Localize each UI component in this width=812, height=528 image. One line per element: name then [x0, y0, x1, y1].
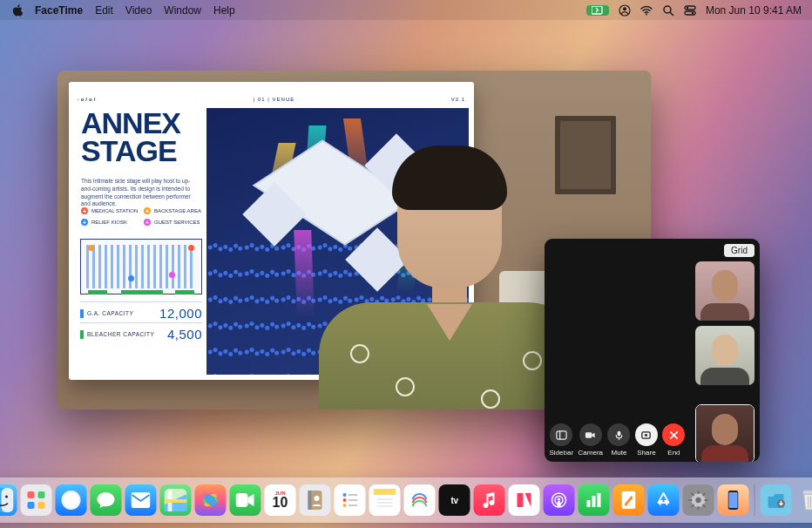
svg-rect-34	[236, 493, 248, 507]
slide-title: ANNEX STAGE	[81, 110, 180, 166]
dock-app-facetime[interactable]	[230, 484, 261, 516]
svg-rect-36	[308, 491, 312, 510]
dock-app-pages[interactable]	[613, 484, 645, 516]
control-center-icon[interactable]	[684, 4, 696, 17]
dock-app-finder[interactable]	[0, 484, 17, 516]
svg-line-5	[670, 12, 673, 16]
svg-point-3	[646, 13, 647, 15]
dock-app-launchpad[interactable]	[21, 484, 52, 516]
svg-rect-12	[585, 432, 592, 438]
svg-rect-28	[132, 492, 151, 508]
menubar-item-window[interactable]: Window	[164, 4, 201, 17]
dock-app-settings[interactable]	[683, 484, 714, 516]
menubar: FaceTime Edit Video Window Help Mon Jun …	[0, 0, 812, 20]
dock-app-numbers[interactable]	[579, 484, 610, 516]
slide-logo: ·o/o/	[78, 97, 97, 102]
svg-rect-39	[348, 494, 358, 496]
svg-line-61	[692, 493, 694, 496]
wifi-icon[interactable]	[640, 4, 653, 17]
self-view-tile[interactable]	[695, 404, 754, 462]
svg-point-26	[62, 491, 81, 510]
svg-rect-6	[685, 6, 695, 10]
dock-app-reminders[interactable]	[335, 484, 366, 516]
svg-rect-0	[592, 6, 602, 14]
capacity-row-bleacher: BLEACHER CAPACITY 4,500	[80, 322, 202, 342]
menubar-clock[interactable]: Mon Jun 10 9:41 AM	[706, 4, 802, 17]
menubar-item-edit[interactable]: Edit	[95, 4, 113, 17]
menubar-item-help[interactable]: Help	[213, 4, 235, 17]
svg-point-2	[623, 7, 626, 10]
svg-rect-53	[598, 493, 601, 507]
svg-point-15	[645, 434, 647, 437]
camera-button[interactable]: Camera	[579, 423, 603, 457]
slide-description: This intimate side stage will play host …	[81, 178, 200, 208]
svg-rect-52	[592, 496, 596, 507]
capacity-row-ga: G.A. CAPACITY 12,000	[80, 301, 202, 321]
sidebar-button[interactable]: Sidebar	[549, 423, 573, 457]
svg-rect-24	[28, 502, 35, 509]
svg-point-9	[692, 11, 694, 13]
svg-point-50	[558, 498, 560, 500]
dock-app-tv[interactable]: tv	[439, 484, 470, 516]
dock-app-appstore[interactable]	[648, 484, 680, 516]
facetime-window: Grid Sidebar Camera Mute Share End	[545, 239, 760, 462]
legend-item-backstage: BACKSTAGE AREA	[144, 207, 201, 214]
svg-rect-23	[38, 491, 45, 498]
dock-app-continuity-iphone[interactable]	[718, 484, 749, 516]
dock-trash[interactable]	[795, 484, 813, 516]
svg-rect-41	[348, 499, 358, 501]
participant-tile[interactable]	[695, 261, 754, 321]
svg-rect-10	[557, 430, 566, 438]
participant-tile[interactable]	[695, 326, 754, 385]
svg-point-42	[343, 504, 347, 507]
legend-item-guest: GUEST SERVICES	[144, 219, 201, 226]
slide-version: V2.1	[451, 97, 465, 102]
mute-button[interactable]: Mute	[607, 423, 630, 457]
share-button[interactable]: Share	[635, 423, 658, 457]
svg-rect-8	[685, 11, 695, 15]
svg-rect-25	[38, 502, 45, 509]
svg-point-37	[315, 496, 320, 501]
svg-point-40	[343, 498, 347, 502]
facetime-controls: Sidebar Camera Mute Share End	[545, 423, 690, 457]
end-call-button[interactable]: End	[662, 423, 685, 457]
svg-rect-19	[2, 488, 14, 512]
grid-toggle-button[interactable]: Grid	[724, 244, 754, 257]
dock-app-mail[interactable]	[125, 484, 157, 516]
legend-item-relief: RELIEF KIOSK	[81, 219, 139, 226]
dock-app-podcasts[interactable]	[544, 484, 575, 516]
dock: JUN10 tv	[0, 477, 812, 523]
dock-app-news[interactable]	[509, 484, 540, 516]
dock-app-music[interactable]	[474, 484, 505, 516]
svg-point-21	[5, 496, 8, 498]
svg-rect-13	[618, 430, 621, 436]
dock-app-contacts[interactable]	[300, 484, 331, 516]
svg-point-38	[343, 493, 347, 497]
dock-app-safari[interactable]	[56, 484, 87, 516]
menubar-app-name[interactable]: FaceTime	[35, 4, 83, 17]
svg-line-64	[692, 504, 694, 507]
svg-rect-51	[587, 500, 591, 507]
user-switch-icon[interactable]	[619, 4, 631, 17]
dock-app-messages[interactable]	[91, 484, 122, 516]
dock-app-maps[interactable]	[160, 484, 192, 516]
dock-downloads[interactable]	[761, 484, 792, 516]
dock-app-notes[interactable]	[369, 484, 401, 516]
svg-point-7	[687, 6, 688, 8]
dock-app-calendar[interactable]: JUN10	[265, 484, 296, 516]
slide-breadcrumb: | 01 | VENUE	[254, 97, 294, 102]
svg-rect-44	[374, 489, 396, 495]
floorplan-diagram	[80, 239, 202, 294]
apple-menu-icon[interactable]	[12, 4, 23, 17]
svg-line-63	[703, 493, 706, 496]
svg-point-56	[695, 498, 700, 503]
dock-app-photos[interactable]	[195, 484, 227, 516]
menubar-item-video[interactable]: Video	[125, 4, 152, 17]
spotlight-icon[interactable]	[662, 4, 674, 17]
legend-item-medical: MEDICAL STATION	[81, 207, 139, 214]
svg-line-62	[703, 504, 706, 507]
dock-app-freeform[interactable]	[404, 484, 436, 516]
dock-separator	[754, 484, 755, 516]
screen-sharing-status-icon[interactable]	[586, 5, 609, 16]
svg-line-69	[809, 497, 809, 508]
